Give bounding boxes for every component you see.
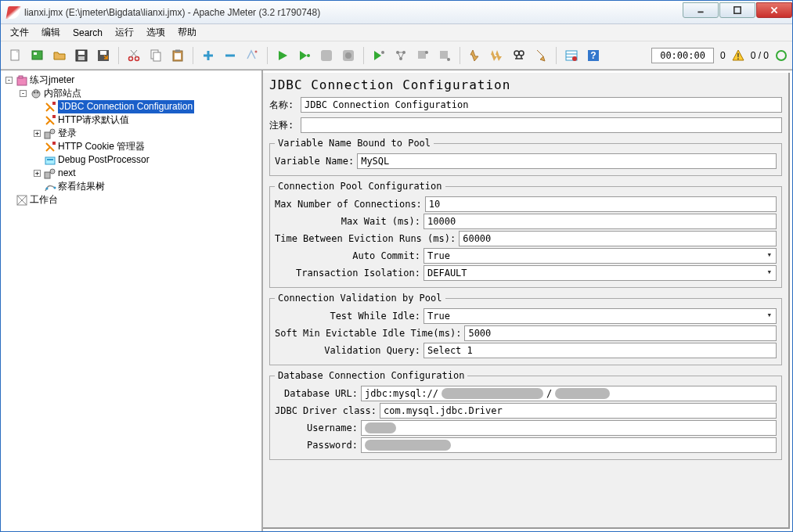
test-plan-tree[interactable]: -练习jmeter -内部站点 JDBC Connection Configur… xyxy=(1,70,263,531)
svg-rect-12 xyxy=(100,51,106,55)
svg-point-54 xyxy=(32,90,40,98)
svg-marker-32 xyxy=(374,51,381,60)
svg-rect-1 xyxy=(734,6,741,13)
svg-point-41 xyxy=(514,51,519,56)
toggle-icon[interactable] xyxy=(242,45,262,66)
stop-icon[interactable] xyxy=(316,45,337,66)
new-icon[interactable] xyxy=(5,45,26,66)
username-input[interactable] xyxy=(361,420,777,436)
tree-threadgroup[interactable]: -内部站点 xyxy=(18,87,260,100)
titlebar[interactable]: lianxi.jmx (E:\jmeter\Bigdata\lianxi.jmx… xyxy=(1,1,792,24)
tree-login[interactable]: +登录 xyxy=(32,127,260,140)
remote-start-all-icon[interactable] xyxy=(391,45,411,66)
validation-group: Connection Validation by Pool Test While… xyxy=(269,293,782,365)
varname-input[interactable] xyxy=(357,153,777,169)
txniso-label: Transaction Isolation: xyxy=(275,268,424,279)
maximize-button[interactable] xyxy=(719,2,755,18)
clear-icon[interactable] xyxy=(465,45,485,66)
name-label: 名称: xyxy=(269,99,297,112)
svg-rect-61 xyxy=(52,142,56,145)
varname-group: Variable Name Bound to Pool Variable Nam… xyxy=(269,138,782,176)
tree-testplan[interactable]: -练习jmeter xyxy=(4,74,260,87)
svg-rect-10 xyxy=(78,56,85,60)
svg-point-14 xyxy=(135,56,139,60)
menu-help[interactable]: 帮助 xyxy=(173,24,201,41)
dbconn-group: Database Connection Configuration Databa… xyxy=(269,370,782,460)
menu-file[interactable]: 文件 xyxy=(5,24,34,41)
start-no-pause-icon[interactable] xyxy=(294,45,315,66)
clear-all-icon[interactable] xyxy=(487,45,507,66)
password-input[interactable] xyxy=(361,437,777,453)
tree-view-results[interactable]: 察看结果树 xyxy=(32,180,260,193)
txniso-select[interactable]: DEFAULT xyxy=(424,265,777,281)
tree-http-defaults[interactable]: HTTP请求默认值 xyxy=(32,113,260,127)
svg-point-46 xyxy=(572,56,577,61)
name-input[interactable] xyxy=(301,97,782,113)
elapsed-time: 00:00:00 xyxy=(651,48,714,63)
reset-search-icon[interactable] xyxy=(531,45,551,66)
menu-options[interactable]: 选项 xyxy=(142,24,170,41)
start-icon[interactable] xyxy=(272,45,293,66)
svg-rect-37 xyxy=(418,51,426,59)
tree-cookie-manager[interactable]: HTTP Cookie 管理器 xyxy=(32,140,260,153)
pool-group: Connection Pool Configuration Max Number… xyxy=(269,181,782,288)
autocommit-select[interactable]: True xyxy=(424,248,777,264)
driver-input[interactable] xyxy=(380,403,777,419)
comment-input[interactable] xyxy=(301,117,782,133)
svg-rect-59 xyxy=(45,132,50,138)
collapse-icon[interactable] xyxy=(220,45,240,66)
svg-rect-21 xyxy=(175,53,181,59)
svg-rect-20 xyxy=(175,49,180,52)
remote-stop-all-icon[interactable] xyxy=(434,45,455,66)
save-as-icon[interactable] xyxy=(93,45,114,66)
softmin-input[interactable] xyxy=(464,325,777,341)
maxwait-input[interactable] xyxy=(424,214,777,229)
redacted-user xyxy=(365,422,396,433)
copy-icon[interactable] xyxy=(146,45,166,66)
evict-input[interactable] xyxy=(459,231,777,246)
tree-workbench[interactable]: 工作台 xyxy=(4,193,260,207)
maxconn-input[interactable] xyxy=(425,196,777,212)
svg-point-42 xyxy=(519,51,524,56)
help-icon[interactable]: ? xyxy=(583,45,604,66)
search-tree-icon[interactable] xyxy=(509,45,529,66)
valquery-input[interactable] xyxy=(424,343,777,358)
shutdown-icon[interactable] xyxy=(338,45,359,66)
svg-point-31 xyxy=(345,52,351,59)
menu-edit[interactable]: 编辑 xyxy=(37,24,65,41)
open-icon[interactable] xyxy=(49,45,70,66)
tree-jdbc-config[interactable]: JDBC Connection Configuration xyxy=(32,100,260,113)
svg-point-28 xyxy=(307,54,310,57)
remote-start-icon[interactable] xyxy=(369,45,389,66)
save-icon[interactable] xyxy=(71,45,92,66)
varname-label: Variable Name: xyxy=(275,156,357,167)
varname-legend: Variable Name Bound to Pool xyxy=(275,138,434,149)
templates-icon[interactable] xyxy=(27,45,48,66)
remote-stop-icon[interactable] xyxy=(413,45,433,66)
svg-rect-18 xyxy=(153,52,160,61)
menu-search[interactable]: Search xyxy=(68,26,107,40)
svg-rect-53 xyxy=(19,76,23,78)
svg-text:!: ! xyxy=(737,52,739,60)
svg-point-13 xyxy=(129,56,133,60)
svg-rect-64 xyxy=(45,172,50,178)
svg-marker-26 xyxy=(279,51,287,60)
expand-icon[interactable] xyxy=(198,45,218,66)
testidle-select[interactable]: True xyxy=(424,308,777,324)
softmin-label: Soft Min Evictable Idle Time(ms): xyxy=(275,328,464,339)
content-area: -练习jmeter -内部站点 JDBC Connection Configur… xyxy=(1,70,792,531)
redacted-db xyxy=(555,388,610,399)
dburl-input[interactable]: jdbc:mysql:/// xyxy=(361,386,777,401)
paste-icon[interactable] xyxy=(168,45,188,66)
comment-label: 注释: xyxy=(269,119,297,132)
menu-run[interactable]: 运行 xyxy=(110,24,139,41)
svg-marker-27 xyxy=(300,51,307,60)
cut-icon[interactable] xyxy=(124,45,144,66)
function-helper-icon[interactable] xyxy=(561,45,582,66)
app-window: lianxi.jmx (E:\jmeter\Bigdata\lianxi.jmx… xyxy=(0,0,793,532)
close-button[interactable] xyxy=(756,2,792,18)
app-icon xyxy=(6,6,21,19)
tree-next[interactable]: +next xyxy=(32,167,260,180)
tree-debug-postprocessor[interactable]: Debug PostProcessor xyxy=(32,153,260,167)
minimize-button[interactable] xyxy=(683,2,719,18)
